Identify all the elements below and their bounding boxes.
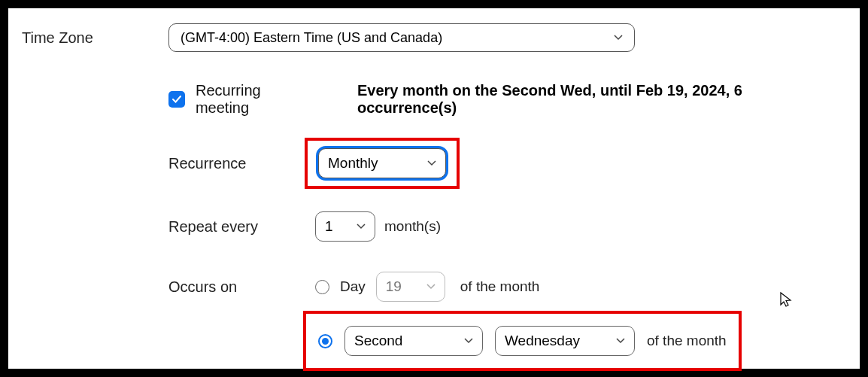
highlight-recurrence: Monthly bbox=[305, 138, 460, 189]
repeat-unit: month(s) bbox=[384, 218, 441, 235]
occurs-day-select[interactable]: 19 bbox=[376, 272, 445, 302]
chevron-down-icon bbox=[426, 282, 436, 291]
timezone-select[interactable]: (GMT-4:00) Eastern Time (US and Canada) bbox=[168, 23, 635, 52]
recurring-label: Recurring meeting bbox=[196, 82, 318, 117]
occurs-weekday-value: Wednesday bbox=[505, 333, 580, 349]
chevron-down-icon bbox=[616, 336, 625, 345]
recurrence-select[interactable]: Monthly bbox=[318, 148, 446, 178]
highlight-occurs-weekday: Second Wednesday of the month bbox=[303, 311, 742, 371]
repeat-every-label: Repeat every bbox=[168, 218, 315, 236]
chevron-down-icon bbox=[614, 33, 623, 42]
chevron-down-icon bbox=[357, 222, 366, 231]
recurrence-label: Recurrence bbox=[168, 155, 315, 172]
chevron-down-icon bbox=[427, 159, 436, 168]
timezone-label: Time Zone bbox=[22, 23, 168, 47]
recurring-checkbox[interactable] bbox=[168, 91, 185, 108]
occurs-weekday-select[interactable]: Wednesday bbox=[495, 326, 635, 356]
cursor-icon bbox=[779, 291, 793, 308]
chevron-down-icon bbox=[464, 336, 473, 345]
repeat-value: 1 bbox=[325, 218, 333, 235]
occurs-day-radio[interactable] bbox=[315, 280, 329, 294]
occurs-ordinal-value: Second bbox=[354, 333, 402, 349]
occurs-day-label: Day bbox=[340, 278, 366, 295]
repeat-value-select[interactable]: 1 bbox=[315, 211, 375, 242]
occurs-on-label: Occurs on bbox=[168, 278, 315, 296]
occurs-ordinal-select[interactable]: Second bbox=[344, 326, 483, 356]
occurs-weekday-radio[interactable] bbox=[318, 334, 332, 348]
timezone-value: (GMT-4:00) Eastern Time (US and Canada) bbox=[181, 30, 442, 46]
of-month-text-1: of the month bbox=[460, 278, 540, 295]
of-month-text-2: of the month bbox=[647, 333, 727, 349]
recurrence-value: Monthly bbox=[328, 155, 378, 172]
occurs-day-value: 19 bbox=[386, 278, 402, 295]
recurring-summary: Every month on the Second Wed, until Feb… bbox=[357, 82, 845, 117]
